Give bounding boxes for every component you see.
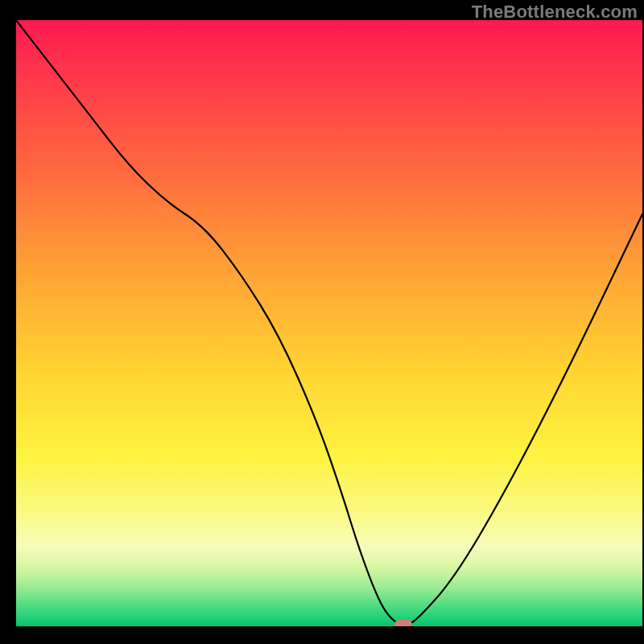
minimum-marker [394,620,412,626]
plot-area [16,20,642,626]
curve-svg [16,20,642,626]
chart-frame: TheBottleneck.com [0,0,644,644]
bottleneck-curve [16,20,642,625]
watermark-text: TheBottleneck.com [472,2,638,23]
